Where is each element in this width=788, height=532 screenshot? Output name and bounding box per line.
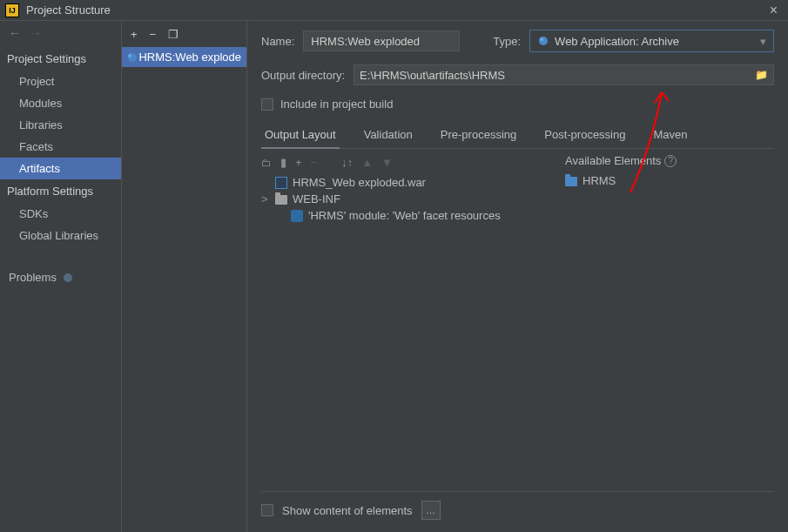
available-item-label: HRMS xyxy=(583,174,616,187)
svg-point-3 xyxy=(540,37,543,41)
titlebar: IJ Project Structure × xyxy=(0,0,788,21)
back-icon[interactable]: ← xyxy=(9,26,21,40)
tree-row[interactable]: HRMS_Web exploded.war xyxy=(261,174,539,191)
layout-tree[interactable]: HRMS_Web exploded.war>WEB-INF'HRMS' modu… xyxy=(261,174,539,491)
show-content-checkbox[interactable] xyxy=(261,504,273,516)
nav-section-header: Project Settings xyxy=(0,47,121,71)
available-item[interactable]: HRMS xyxy=(565,172,774,189)
nav-item-global-libraries[interactable]: Global Libraries xyxy=(0,225,121,246)
move-down-icon[interactable]: ▼ xyxy=(381,156,393,169)
svg-point-2 xyxy=(539,37,548,45)
tab-validation[interactable]: Validation xyxy=(360,123,416,148)
tree-caret-icon[interactable]: > xyxy=(261,192,270,205)
new-archive-icon[interactable]: ▮ xyxy=(280,156,286,169)
output-layout-area: 🗀 ▮ + − ↓↑ ▲ ▼ HRMS_Web exploded.war>WEB… xyxy=(261,154,774,491)
add-copy-icon[interactable]: + xyxy=(295,156,302,169)
include-checkbox[interactable] xyxy=(261,98,273,111)
move-up-icon[interactable]: ▲ xyxy=(361,156,373,169)
type-value: Web Application: Archive xyxy=(555,35,679,48)
tab-maven[interactable]: Maven xyxy=(650,123,690,148)
artifact-list-item[interactable]: HRMS:Web explode xyxy=(122,47,246,67)
help-icon[interactable]: ? xyxy=(664,155,677,167)
artifact-item-label: HRMS:Web explode xyxy=(138,51,241,64)
artifact-toolbar: + − ❐ xyxy=(122,21,246,47)
folder-icon xyxy=(275,195,287,205)
artifact-icon xyxy=(127,52,133,63)
war-icon xyxy=(275,177,287,189)
more-options-button[interactable]: … xyxy=(421,501,441,520)
remove-icon[interactable]: − xyxy=(150,28,157,41)
close-icon[interactable]: × xyxy=(764,3,783,18)
problems-label: Problems xyxy=(9,271,57,284)
tree-row[interactable]: >WEB-INF xyxy=(261,191,539,207)
include-label: Include in project build xyxy=(280,98,393,111)
nav-item-sdks[interactable]: SDKs xyxy=(0,203,121,225)
facet-icon xyxy=(291,210,303,222)
tab-pre-processing[interactable]: Pre-processing xyxy=(437,123,520,148)
name-input[interactable]: HRMS:Web exploded xyxy=(303,30,460,51)
nav-item-libraries[interactable]: Libraries xyxy=(0,114,121,136)
artifact-detail-panel: Name: HRMS:Web exploded Type: Web Applic… xyxy=(247,21,788,532)
dialog-body: ← → Project SettingsProjectModulesLibrar… xyxy=(0,21,788,532)
tree-label: WEB-INF xyxy=(293,192,340,205)
project-structure-dialog: IJ Project Structure × ← → Project Setti… xyxy=(0,0,788,532)
tab-post-processing[interactable]: Post-processing xyxy=(541,123,629,148)
remove-item-icon[interactable]: − xyxy=(311,156,318,169)
tree-label: HRMS_Web exploded.war xyxy=(293,176,426,189)
name-label: Name: xyxy=(261,35,294,48)
output-directory-input[interactable]: E:\HRMS\out\artifacts\HRMS 📁 xyxy=(354,64,774,85)
layout-toolbar: 🗀 ▮ + − ↓↑ ▲ ▼ xyxy=(261,154,539,174)
available-elements-panel: Available Elements ? HRMS xyxy=(565,154,774,491)
artifact-list-panel: + − ❐ HRMS:Web explode xyxy=(122,21,247,532)
show-content-label: Show content of elements xyxy=(282,504,413,517)
web-archive-icon xyxy=(537,35,549,47)
nav-item-modules[interactable]: Modules xyxy=(0,92,121,114)
sort-icon[interactable]: ↓↑ xyxy=(341,156,353,169)
browse-folder-icon[interactable]: 📁 xyxy=(755,69,768,81)
svg-point-1 xyxy=(128,54,131,57)
outdir-label: Output directory: xyxy=(261,69,345,82)
nav-toolbar: ← → xyxy=(0,26,121,47)
problems-row[interactable]: Problems xyxy=(0,262,121,284)
nav-section-header: Platform Settings xyxy=(0,179,121,203)
tab-bar: Output LayoutValidationPre-processingPos… xyxy=(261,123,774,149)
available-elements-label: Available Elements xyxy=(565,154,661,167)
nav-item-project[interactable]: Project xyxy=(0,71,121,92)
intellij-icon: IJ xyxy=(5,3,19,17)
left-nav: ← → Project SettingsProjectModulesLibrar… xyxy=(0,21,122,532)
type-label: Type: xyxy=(493,35,521,48)
chevron-down-icon: ▾ xyxy=(760,35,766,48)
bluefolder-icon xyxy=(565,177,577,186)
forward-icon[interactable]: → xyxy=(30,26,42,40)
nav-item-facets[interactable]: Facets xyxy=(0,136,121,158)
type-dropdown[interactable]: Web Application: Archive ▾ xyxy=(529,30,774,52)
tab-output-layout[interactable]: Output Layout xyxy=(261,123,340,148)
nav-item-artifacts[interactable]: Artifacts xyxy=(0,158,121,179)
bottom-options: Show content of elements … xyxy=(261,491,774,532)
add-icon[interactable]: + xyxy=(131,28,138,41)
copy-icon[interactable]: ❐ xyxy=(168,28,178,41)
new-folder-icon[interactable]: 🗀 xyxy=(261,157,272,169)
tree-label: 'HRMS' module: 'Web' facet resources xyxy=(308,209,501,222)
problems-indicator-icon xyxy=(64,273,72,282)
tree-row[interactable]: 'HRMS' module: 'Web' facet resources xyxy=(261,207,539,224)
window-title: Project Structure xyxy=(26,3,764,17)
